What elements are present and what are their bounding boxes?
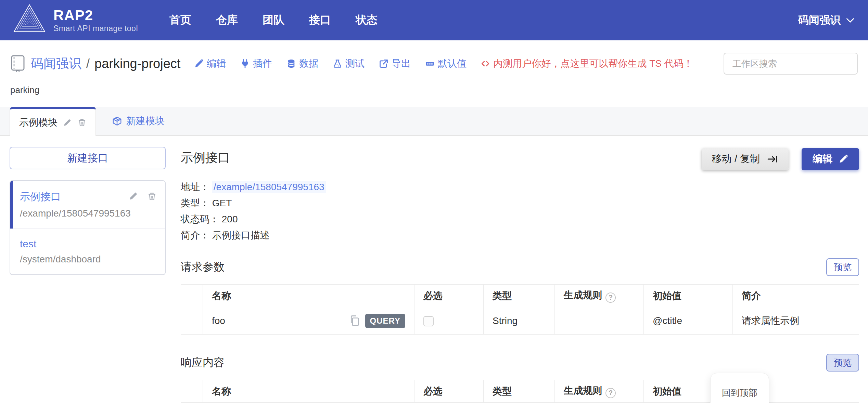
- data-link[interactable]: 数据: [286, 57, 318, 70]
- summary-value: 示例接口描述: [212, 230, 270, 240]
- interface-name[interactable]: test: [20, 238, 155, 250]
- col-empty: [181, 285, 203, 307]
- table-row: foo QUERY String @ctitle 请求属性示例: [181, 307, 859, 335]
- col-name: 名称: [203, 285, 414, 307]
- col-name: 名称: [203, 380, 414, 403]
- status-value: 200: [222, 214, 238, 224]
- pencil-icon[interactable]: [129, 191, 138, 201]
- col-initial: 初始值: [644, 285, 733, 307]
- rap2-logo-icon[interactable]: [12, 3, 47, 37]
- export-icon: [379, 59, 388, 68]
- response-preview-button[interactable]: 预览: [826, 354, 859, 372]
- defaults-label: 默认值: [438, 57, 467, 70]
- copy-icon[interactable]: [349, 315, 360, 327]
- trash-icon[interactable]: [77, 118, 87, 127]
- request-params-table: 名称 必选 类型 生成规则? 初始值 简介 foo QUERY: [181, 284, 859, 335]
- move-copy-label: 移动 / 复制: [712, 152, 760, 166]
- brand-block: RAP2 Smart API manage tool: [53, 8, 138, 33]
- scope-badge: QUERY: [365, 314, 405, 328]
- interface-title: 示例接口: [181, 150, 230, 166]
- test-link[interactable]: 测试: [333, 57, 365, 70]
- workspace-search-input[interactable]: [724, 53, 858, 75]
- request-preview-button[interactable]: 预览: [826, 258, 859, 276]
- nav-item-interface[interactable]: 接口: [309, 13, 331, 28]
- cell-rule: [555, 307, 644, 335]
- defaults-link[interactable]: 默认值: [425, 57, 467, 70]
- user-menu[interactable]: 码闻强识: [798, 13, 854, 27]
- cell-initial: @ctitle: [644, 307, 733, 335]
- ts-code-notice[interactable]: 内测用户你好，点这里可以帮你生成 TS 代码！: [481, 57, 693, 70]
- breadcrumb: 码闻强识 / parking-project 编辑 插件 数据 测: [10, 53, 858, 75]
- interface-header-buttons: 移动 / 复制 编辑: [702, 148, 859, 170]
- edit-interface-label: 编辑: [813, 152, 832, 166]
- status-label: 状态码：: [181, 214, 219, 224]
- data-label: 数据: [299, 57, 318, 70]
- type-line: 类型： GET: [181, 195, 859, 211]
- test-label: 测试: [345, 57, 365, 70]
- back-to-top-button[interactable]: 回到顶部: [710, 373, 769, 403]
- main-nav: 首页 仓库 团队 接口 状态: [169, 13, 378, 28]
- cell-type: String: [484, 307, 555, 335]
- help-icon[interactable]: ?: [605, 292, 616, 303]
- response-content-title: 响应内容: [181, 355, 225, 370]
- col-rule: 生成规则?: [555, 380, 644, 403]
- interface-path: /example/1580547995163: [20, 208, 155, 219]
- new-interface-button[interactable]: 新建接口: [10, 147, 166, 169]
- brand-title[interactable]: RAP2: [53, 8, 138, 23]
- status-line: 状态码： 200: [181, 211, 859, 227]
- edit-interface-button[interactable]: 编辑: [802, 148, 859, 170]
- export-label: 导出: [392, 57, 411, 70]
- col-type: 类型: [484, 285, 555, 307]
- code-icon: [481, 59, 490, 68]
- interface-item-actions: [129, 191, 157, 202]
- nav-item-home[interactable]: 首页: [169, 13, 191, 28]
- project-header: 码闻强识 / parking-project 编辑 插件 数据 测: [0, 40, 868, 95]
- list-item-test-interface[interactable]: test /system/dashboard: [10, 229, 165, 274]
- col-required: 必选: [414, 380, 484, 403]
- content-area: 新建接口 示例接口 /example/1580547995163 test /s…: [0, 136, 868, 403]
- move-copy-button[interactable]: 移动 / 复制: [702, 148, 789, 170]
- arrow-to-bar-icon: [767, 154, 778, 164]
- nav-item-team[interactable]: 团队: [263, 13, 284, 28]
- export-link[interactable]: 导出: [379, 57, 411, 70]
- required-checkbox[interactable]: [423, 316, 434, 326]
- tab-new-module[interactable]: 新建模块: [112, 115, 165, 128]
- user-menu-label: 码闻强识: [798, 13, 841, 27]
- edit-project-link[interactable]: 编辑: [194, 57, 226, 70]
- col-rule-label: 生成规则: [564, 385, 602, 396]
- address-link[interactable]: /example/1580547995163: [212, 181, 326, 193]
- request-params-title: 请求参数: [181, 260, 225, 275]
- nav-item-status[interactable]: 状态: [356, 13, 378, 28]
- breadcrumb-repository-link[interactable]: 码闻强识: [31, 55, 81, 72]
- type-value: GET: [212, 198, 232, 208]
- interface-detail-panel: 示例接口 移动 / 复制 编辑 地址： /example/15805479951…: [181, 147, 859, 403]
- ts-code-notice-text: 内测用户你好，点这里可以帮你生成 TS 代码！: [493, 57, 693, 70]
- list-item-example-interface[interactable]: 示例接口 /example/1580547995163: [10, 181, 165, 229]
- brand-subtitle: Smart API manage tool: [53, 24, 138, 33]
- tab-example-module[interactable]: 示例模块: [10, 107, 96, 136]
- cell-empty: [181, 307, 203, 335]
- address-line: 地址： /example/1580547995163: [181, 179, 859, 195]
- col-empty: [181, 380, 203, 403]
- repository-book-icon: [10, 55, 25, 73]
- project-actions: 编辑 插件 数据 测试 导出: [194, 57, 467, 70]
- rap2-page: RAP2 Smart API manage tool 首页 仓库 团队 接口 状…: [0, 0, 868, 403]
- summary-label: 简介：: [181, 230, 209, 240]
- help-icon[interactable]: ?: [605, 388, 616, 398]
- plugin-link[interactable]: 插件: [240, 57, 272, 70]
- plugin-label: 插件: [253, 57, 272, 70]
- pencil-icon[interactable]: [63, 118, 72, 127]
- address-label: 地址：: [181, 182, 209, 192]
- pencil-icon: [194, 59, 204, 68]
- flask-icon: [333, 59, 342, 68]
- tab-example-module-label: 示例模块: [19, 116, 58, 129]
- col-rule: 生成规则?: [555, 285, 644, 307]
- request-params-header: 请求参数 预览: [181, 258, 859, 276]
- cell-required: [414, 307, 484, 335]
- trash-icon[interactable]: [147, 191, 157, 202]
- col-rule-label: 生成规则: [564, 290, 602, 300]
- interface-list: 示例接口 /example/1580547995163 test /system…: [10, 180, 166, 275]
- nav-item-repository[interactable]: 仓库: [216, 13, 238, 28]
- chevron-down-icon: [846, 18, 854, 23]
- breadcrumb-separator: /: [86, 56, 90, 71]
